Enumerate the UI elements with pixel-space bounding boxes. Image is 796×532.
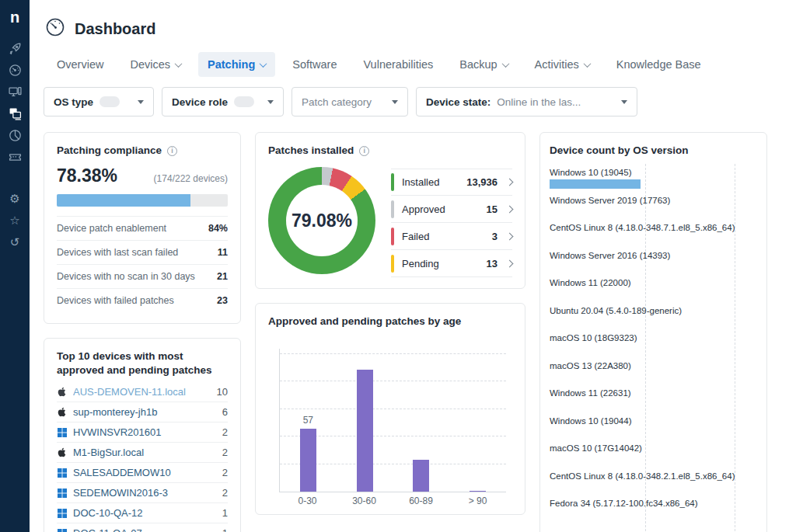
device-row: AUS-DEMOVEN-11.local 10 — [57, 382, 228, 402]
bar-60-89 — [413, 460, 429, 492]
tab-label: Devices — [130, 58, 170, 71]
os-label: Windows 10 (19045) — [550, 168, 757, 177]
tab-activities[interactable]: Activities — [525, 52, 599, 77]
tab-backup[interactable]: Backup — [450, 52, 517, 77]
tab-label: Backup — [459, 58, 497, 71]
device-link[interactable]: DOC-11-QA-07 — [73, 527, 216, 532]
tab-label: Activities — [535, 58, 579, 71]
legend-row-installed[interactable]: Installed 13,936 — [391, 169, 512, 196]
os-label: Windows 11 (22631) — [550, 388, 757, 398]
legend-row-approved[interactable]: Approved 15 — [391, 196, 512, 223]
info-icon[interactable] — [359, 146, 369, 156]
dashboard-gauge-icon — [45, 17, 65, 40]
device-row: sup-monterey-jh1b 6 — [57, 402, 228, 422]
chevron-down-icon — [260, 60, 267, 68]
windows-icon — [57, 428, 67, 437]
tab-bar: Overview Devices Patching Software Vulne… — [30, 50, 796, 79]
os-bar — [550, 179, 641, 189]
device-count: 1 — [222, 507, 228, 519]
device-link[interactable]: SEDEMOWIN2016-3 — [73, 487, 216, 499]
os-row: Windows 10 (19045) — [550, 164, 757, 192]
stat-label: Devices with no scan in 30 days — [57, 271, 195, 282]
os-label: Windows Server 2016 (14393) — [550, 251, 757, 260]
devices-icon[interactable] — [8, 85, 22, 99]
dashboards-icon[interactable] — [8, 106, 22, 120]
history-icon[interactable]: ↺ — [8, 235, 22, 249]
donut-center-value: 79.08% — [268, 167, 375, 274]
info-icon[interactable] — [167, 146, 177, 156]
device-count: 2 — [222, 467, 228, 478]
tab-vulnerabilities[interactable]: Vulnerabilities — [354, 52, 442, 77]
x-tick-label: 30-60 — [336, 495, 393, 506]
tab-label: Knowledge Base — [616, 58, 701, 71]
gauge-icon[interactable] — [8, 63, 22, 77]
device-link[interactable]: HVWINSVR201601 — [73, 426, 216, 438]
device-state-filter[interactable]: Device state: Online in the las... — [416, 87, 637, 116]
legend-color-bar — [391, 173, 394, 191]
stat-label: Devices with failed patches — [57, 295, 174, 306]
os-label: CentOS Linux 8 (4.18.0-348.7.1.el8_5.x86… — [550, 223, 757, 232]
compliance-progress-fill — [57, 194, 190, 207]
os-row: Windows Server 2019 (17763) — [550, 192, 757, 220]
count-badge — [100, 96, 120, 107]
stat-row: Devices with no scan in 30 days21 — [57, 264, 228, 288]
device-role-filter[interactable]: Device role — [162, 87, 284, 116]
os-label: macOS 10 (18G9323) — [550, 333, 757, 342]
tab-knowledge-base[interactable]: Knowledge Base — [607, 52, 710, 77]
device-link[interactable]: sup-monterey-jh1b — [73, 406, 216, 418]
rocket-icon[interactable] — [8, 41, 22, 55]
os-row: macOS 10 (17G14042) — [550, 440, 757, 468]
legend-value: 3 — [492, 231, 498, 242]
stat-label: Device patch enablement — [57, 223, 166, 234]
donut-chart: 79.08% — [268, 167, 375, 274]
tab-patching[interactable]: Patching — [198, 52, 275, 77]
card-grid: Patching compliance 78.38% (174/222 devi… — [30, 116, 796, 532]
count-badge — [234, 96, 254, 107]
legend-value: 15 — [487, 203, 498, 215]
stat-label: Devices with last scan failed — [57, 247, 178, 258]
patches-installed-card: Patches installed 79.08% Installed — [255, 132, 525, 289]
device-link[interactable]: M1-BigSur.local — [73, 447, 216, 458]
os-label: Windows 10 (19044) — [550, 416, 757, 426]
settings-gear-icon[interactable]: ⚙ — [8, 192, 22, 206]
caret-down-icon — [138, 100, 144, 104]
favorites-star-icon[interactable]: ☆ — [8, 214, 22, 228]
bar-group — [337, 349, 393, 492]
tab-overview[interactable]: Overview — [47, 52, 113, 77]
legend-color-bar — [391, 200, 394, 218]
bar-group: 57 — [280, 349, 337, 492]
os-version-card: Device count by OS version Windows 10 (1… — [539, 132, 767, 532]
legend-label: Installed — [402, 176, 466, 188]
compliance-progress-track — [57, 194, 228, 207]
ticketing-icon[interactable] — [8, 150, 22, 164]
bar-group — [393, 349, 450, 492]
stat-value: 23 — [217, 295, 228, 306]
tab-devices[interactable]: Devices — [120, 52, 190, 77]
card-title: Approved and pending patches by age — [268, 315, 461, 329]
legend-row-pending[interactable]: Pending 13 — [391, 250, 512, 277]
device-list: AUS-DEMOVEN-11.local 10 sup-monterey-jh1… — [57, 382, 228, 532]
device-link[interactable]: DOC-10-QA-12 — [73, 507, 216, 519]
bar-value-label: 57 — [303, 415, 313, 426]
device-row: DOC-11-QA-07 1 — [57, 523, 228, 532]
os-type-filter[interactable]: OS type — [44, 87, 154, 116]
card-title-row: Patches installed — [268, 144, 512, 158]
os-label: Ubuntu 20.04 (5.4.0-189-generic) — [550, 306, 757, 315]
stat-value: 11 — [218, 247, 228, 258]
dashboard-screen: n — [0, 0, 796, 532]
legend-value: 13,936 — [466, 176, 498, 188]
device-row: DOC-10-QA-12 1 — [57, 503, 228, 523]
main-area: Dashboard Overview Devices Patching Soft… — [30, 0, 796, 532]
legend-color-bar — [391, 255, 394, 273]
stat-value: 21 — [217, 271, 228, 282]
column-right: Device count by OS version Windows 10 (1… — [539, 132, 767, 532]
device-link[interactable]: AUS-DEMOVEN-11.local — [73, 386, 211, 398]
ninja-logo[interactable]: n — [10, 8, 19, 26]
device-link[interactable]: SALESADDEMOW10 — [73, 467, 216, 478]
legend-row-failed[interactable]: Failed 3 — [391, 223, 512, 250]
reports-icon[interactable] — [8, 128, 22, 142]
chevron-down-icon — [501, 60, 509, 68]
patch-category-filter[interactable]: Patch category — [292, 87, 408, 116]
legend-label: Pending — [402, 258, 487, 269]
tab-software[interactable]: Software — [283, 52, 346, 77]
